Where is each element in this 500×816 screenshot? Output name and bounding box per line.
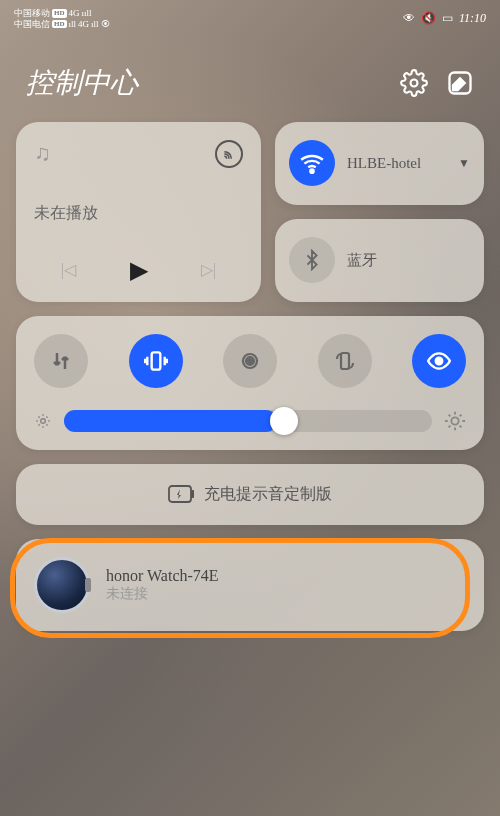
brightness-thumb[interactable] xyxy=(270,407,298,435)
svg-point-4 xyxy=(248,359,252,363)
brightness-low-icon xyxy=(34,412,52,430)
device-name: honor Watch-74E xyxy=(106,567,219,585)
eye-icon: 👁 xyxy=(403,11,415,26)
music-status-text: 未在播放 xyxy=(34,203,243,224)
play-button[interactable]: ▶ xyxy=(130,256,148,284)
wifi-icon xyxy=(289,140,335,186)
edit-icon[interactable] xyxy=(446,69,474,97)
clock: 11:10 xyxy=(459,11,486,26)
page-title: 控制中心 xyxy=(26,64,138,102)
status-left: 中国移动HD 4G ııll 中国电信HD ıll 4G ıll ⦿ xyxy=(14,8,110,30)
hotspot-toggle[interactable] xyxy=(223,334,277,388)
vibrate-icon: 🔇 xyxy=(421,11,436,26)
auto-rotate-toggle[interactable] xyxy=(318,334,372,388)
status-right: 👁 🔇 ▭ 11:10 xyxy=(403,11,486,26)
eye-comfort-toggle[interactable] xyxy=(412,334,466,388)
svg-point-7 xyxy=(41,418,46,423)
brightness-high-icon xyxy=(444,410,466,432)
next-track-button[interactable]: ▷| xyxy=(201,260,216,279)
device-status: 未连接 xyxy=(106,585,219,603)
quick-toggles-panel xyxy=(16,316,484,450)
svg-rect-10 xyxy=(192,491,194,497)
wifi-label: HLBE-hotel xyxy=(347,155,446,172)
svg-rect-9 xyxy=(169,486,191,502)
charging-icon xyxy=(168,485,194,503)
svg-rect-5 xyxy=(341,353,349,369)
svg-rect-3 xyxy=(151,352,160,369)
prev-track-button[interactable]: |◁ xyxy=(61,260,76,279)
brightness-slider-row xyxy=(34,410,466,432)
wifi-tile[interactable]: HLBE-hotel ▼ xyxy=(275,122,484,205)
music-panel[interactable]: ♫ 未在播放 |◁ ▶ ▷| xyxy=(16,122,261,302)
bluetooth-tile[interactable]: 蓝牙 xyxy=(275,219,484,302)
svg-point-0 xyxy=(411,79,418,86)
music-note-icon: ♫ xyxy=(34,140,51,166)
battery-icon: ▭ xyxy=(442,11,453,26)
bluetooth-icon xyxy=(289,237,335,283)
mobile-data-toggle[interactable] xyxy=(34,334,88,388)
brightness-slider[interactable] xyxy=(64,410,432,432)
svg-point-8 xyxy=(451,417,458,424)
settings-icon[interactable] xyxy=(400,69,428,97)
bluetooth-label: 蓝牙 xyxy=(347,251,470,270)
control-center-header: 控制中心 xyxy=(16,54,484,122)
charge-sound-label: 充电提示音定制版 xyxy=(204,484,332,505)
svg-point-6 xyxy=(436,357,443,364)
cast-icon[interactable] xyxy=(215,140,243,168)
charge-sound-tile[interactable]: 充电提示音定制版 xyxy=(16,464,484,525)
wifi-expand-icon[interactable]: ▼ xyxy=(458,156,470,171)
svg-point-2 xyxy=(310,170,313,173)
watch-image xyxy=(34,557,90,613)
status-bar: 中国移动HD 4G ııll 中国电信HD ıll 4G ıll ⦿ 👁 🔇 ▭… xyxy=(0,0,500,38)
vibrate-toggle[interactable] xyxy=(129,334,183,388)
device-tile[interactable]: honor Watch-74E 未连接 xyxy=(16,539,484,631)
